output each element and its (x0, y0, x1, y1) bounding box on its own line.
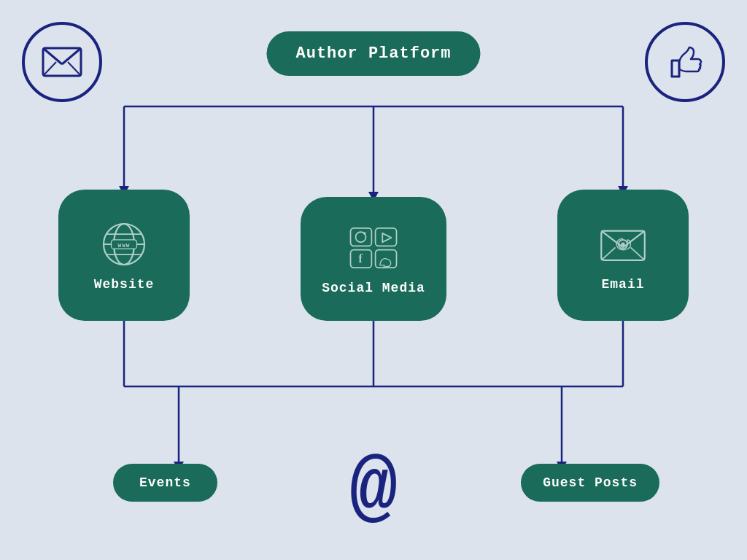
social-media-icon: f (348, 222, 399, 273)
email-node: Email (557, 190, 689, 321)
thumbs-up-circle-decoration (645, 22, 725, 102)
mail-icon (40, 44, 84, 80)
svg-line-40 (623, 231, 645, 248)
svg-text:f: f (358, 252, 363, 265)
svg-rect-30 (351, 228, 372, 246)
website-node: WWW Website (58, 190, 190, 321)
at-symbol-decoration: @ (349, 451, 398, 531)
svg-line-19 (43, 48, 62, 64)
svg-text:WWW: WWW (118, 242, 131, 249)
mail-circle-decoration (22, 22, 102, 102)
svg-line-41 (601, 247, 615, 260)
svg-line-21 (43, 62, 56, 76)
thumbs-up-icon (663, 40, 707, 84)
social-media-node: f Social Media (301, 197, 446, 321)
svg-marker-34 (382, 233, 391, 242)
svg-line-22 (68, 62, 81, 76)
svg-rect-33 (376, 228, 397, 246)
diagram-container: Author Platform WWW Website (0, 0, 747, 560)
guest-posts-node: Guest Posts (521, 464, 659, 502)
events-node: Events (113, 464, 217, 502)
svg-point-32 (363, 232, 366, 235)
svg-line-42 (631, 247, 645, 260)
svg-line-20 (62, 48, 81, 64)
svg-point-44 (621, 242, 624, 246)
author-platform-node: Author Platform (266, 31, 480, 76)
website-globe-icon: WWW (98, 219, 150, 270)
email-icon (597, 219, 649, 270)
